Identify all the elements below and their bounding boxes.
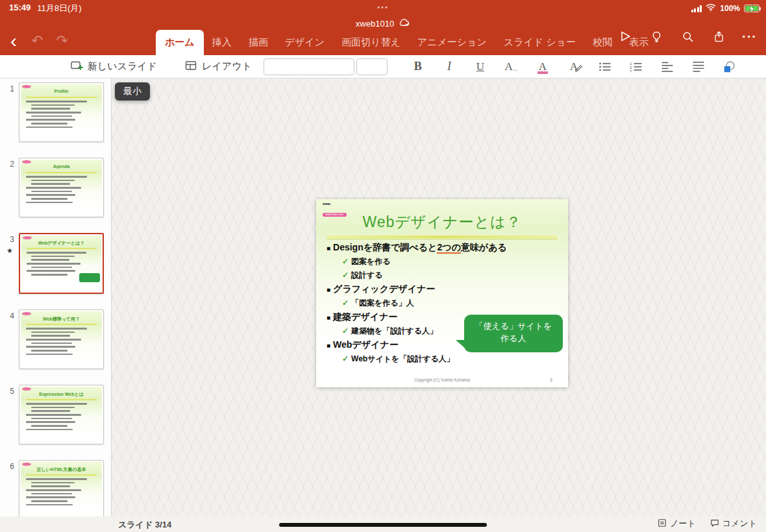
status-bar: 15:49 11月8日(月) ••• 100%	[0, 0, 766, 16]
slide-thumbnail-4[interactable]: Web標準って何？	[19, 309, 104, 369]
battery-charging-icon	[744, 5, 760, 12]
tooltip: 最小	[115, 82, 150, 101]
thumb-title: Profile	[23, 89, 99, 93]
tab-slideshow[interactable]: スライド ショー	[495, 30, 584, 55]
lightbulb-icon[interactable]	[649, 29, 664, 44]
tab-review[interactable]: 校閲	[584, 30, 621, 55]
layout-button[interactable]: レイアウト	[184, 60, 252, 73]
home-indicator[interactable]	[279, 523, 487, 527]
underline-button[interactable]: U	[473, 59, 488, 75]
numbered-list-button[interactable]: 1 2 3	[629, 59, 643, 75]
layout-icon	[184, 60, 197, 73]
font-size-input[interactable]	[356, 58, 388, 75]
highlight-color-button[interactable]: A	[536, 59, 550, 75]
comment-icon	[710, 518, 719, 529]
thumb-title: Web標準って何？	[23, 316, 99, 322]
thumb-title: Agenda	[23, 164, 99, 169]
more-options-icon[interactable]: ···	[742, 29, 757, 44]
tooltip-label: 最小	[123, 86, 142, 96]
slide-thumbnail-3-selected[interactable]: Webデザイナーとは？	[19, 233, 104, 294]
tab-home[interactable]: ホーム	[156, 30, 204, 55]
thumb-title: 正しいHTML文書の基本	[23, 466, 99, 473]
mini-logo	[22, 463, 31, 466]
home-toolbar: 新しいスライド レイアウト B I U A ‥ A A	[0, 55, 766, 79]
mini-logo	[23, 236, 32, 239]
notes-icon	[658, 518, 667, 529]
mini-logo	[22, 312, 31, 315]
mini-logo	[22, 387, 31, 391]
cellular-signal-icon	[691, 5, 702, 12]
slide-counter: スライド 3/14	[118, 519, 171, 531]
slide-number: 2	[3, 160, 14, 169]
multitask-dots-icon[interactable]: •••	[377, 3, 389, 11]
text-effects-button[interactable]: A ‥	[504, 59, 519, 75]
tab-transitions[interactable]: 画面切り替え	[333, 30, 409, 55]
tab-insert[interactable]: 挿入	[204, 30, 240, 55]
highlight-color-swatch	[537, 71, 548, 74]
undo-icon[interactable]: ↶	[30, 32, 44, 49]
document-title[interactable]: xweb1010	[356, 19, 394, 29]
tab-design[interactable]: デザイン	[277, 30, 333, 55]
new-slide-label: 新しいスライド	[88, 60, 157, 73]
date: 11月8日(月)	[37, 3, 81, 14]
thumb-title: Expression Webとは	[23, 391, 99, 398]
slide-page-number: 3	[550, 378, 552, 382]
align-text-button[interactable]	[691, 59, 706, 75]
slide-thumbnail-1[interactable]: Profile	[19, 82, 104, 142]
slide-number: 1	[3, 84, 14, 93]
layout-label: レイアウト	[202, 60, 252, 73]
font-name-input[interactable]	[264, 58, 354, 75]
thumb-title: Webデザイナーとは？	[24, 240, 99, 247]
app-header: 15:49 11月8日(月) ••• 100% xweb1010	[0, 0, 766, 55]
share-icon[interactable]	[711, 29, 726, 44]
shape-style-button[interactable]	[723, 59, 737, 75]
bullet-line: ✓「図案を作る」人	[342, 296, 562, 310]
slide-star-icon: ★	[6, 247, 13, 255]
bullet-line: ✓Webサイトを「設計する人」	[342, 352, 562, 366]
slide-thumbnail-panel[interactable]: 1 Profile 2 Agenda 3 ★ Webデザイナーとは？ 4 Web…	[0, 79, 112, 516]
italic-button[interactable]: I	[442, 59, 456, 75]
slide-number: 4	[3, 311, 14, 320]
bold-button[interactable]: B	[411, 59, 425, 75]
current-slide[interactable]: www. wanichan.com Webデザイナーとは？ ■ Designを辞…	[316, 199, 568, 387]
mini-callout	[79, 273, 100, 282]
bullet-list-button[interactable]	[598, 59, 612, 75]
slide-thumbnail-6[interactable]: 正しいHTML文書の基本	[19, 460, 104, 520]
slide-number: 6	[3, 462, 14, 471]
slide-number: 3	[3, 235, 14, 244]
bottom-status-bar: スライド 3/14 ノート コメント	[0, 516, 766, 532]
bullet-line: ✓設計する	[342, 269, 562, 282]
search-icon[interactable]	[680, 29, 695, 44]
new-slide-button[interactable]: 新しいスライド	[70, 60, 157, 73]
pen-icon	[575, 63, 582, 75]
notes-button[interactable]: ノート	[658, 518, 696, 529]
present-play-icon[interactable]	[617, 29, 633, 44]
bullet-line: ✓図案を作る	[342, 255, 562, 269]
bullet-line: ■グラフィックデザイナー	[327, 282, 562, 296]
font-color-button[interactable]: A	[567, 59, 581, 75]
slide-footer-copyright: Copyright (C) Yoshie Kohama	[316, 378, 568, 382]
editing-canvas[interactable]: 最小 www. wanichan.com Webデザイナーとは？ ■ Desig…	[112, 79, 766, 516]
svg-text:3: 3	[630, 69, 632, 72]
battery-percent: 100%	[720, 4, 740, 13]
redo-icon[interactable]: ↷	[55, 32, 69, 49]
title-underline-thin	[327, 239, 558, 239]
mini-logo	[22, 85, 31, 88]
line-spacing-button[interactable]	[660, 59, 674, 75]
back-chevron-icon[interactable]: ‹	[8, 31, 19, 51]
wifi-icon	[706, 3, 716, 14]
slide-title[interactable]: Webデザイナーとは？	[329, 212, 555, 232]
bullet-line: ■ Designを辞書で調べると2つの意味がある	[327, 241, 562, 255]
comments-button[interactable]: コメント	[710, 518, 757, 529]
slide-thumbnail-5[interactable]: Expression Webとは	[19, 385, 104, 444]
tab-draw[interactable]: 描画	[240, 30, 277, 55]
clock: 15:49	[9, 3, 31, 14]
new-slide-icon	[70, 60, 83, 73]
speech-bubble-callout[interactable]: 「使える」サイトを 作る人	[464, 315, 563, 352]
ribbon-tabs: ホーム 挿入 描画 デザイン 画面切り替え アニメーション スライド ショー 校…	[156, 30, 657, 55]
mini-logo	[22, 160, 31, 163]
cloud-sync-icon	[398, 18, 410, 29]
slide-thumbnail-2[interactable]: Agenda	[19, 158, 104, 217]
tab-animations[interactable]: アニメーション	[409, 30, 495, 55]
title-underline	[327, 236, 558, 238]
